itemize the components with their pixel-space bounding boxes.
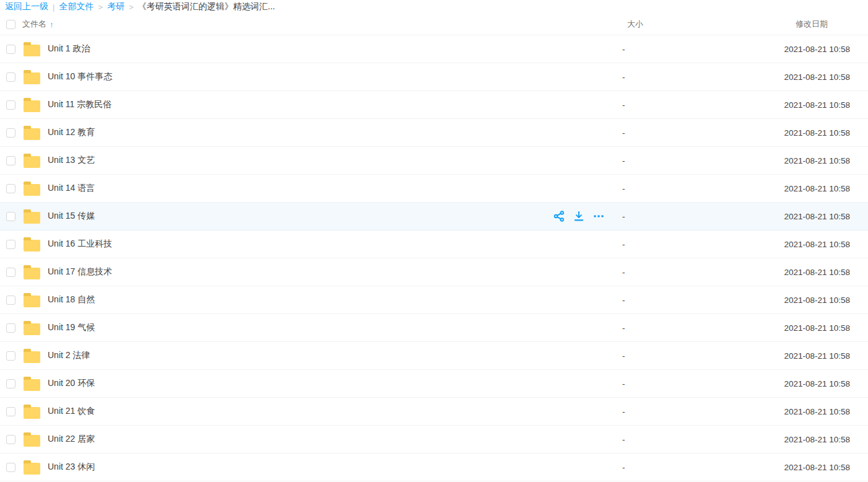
row-checkbox[interactable] xyxy=(6,435,15,444)
table-row[interactable]: Unit 17 信息技术 xyxy=(0,258,868,286)
file-size: - xyxy=(622,156,684,165)
row-checkbox[interactable] xyxy=(6,268,15,277)
more-actions-icon[interactable] xyxy=(592,210,605,222)
file-size: - xyxy=(622,323,684,333)
folder-icon[interactable] xyxy=(24,240,40,252)
folder-icon[interactable] xyxy=(24,351,40,363)
share-icon[interactable] xyxy=(553,210,565,222)
file-modified-date: 2021-08-21 10:58 xyxy=(684,268,868,277)
file-modified-date: 2021-08-21 10:58 xyxy=(684,323,868,333)
row-hover-actions xyxy=(553,210,605,222)
row-checkbox[interactable] xyxy=(6,72,15,82)
file-modified-date: 2021-08-21 10:58 xyxy=(684,463,868,472)
folder-icon[interactable] xyxy=(24,435,40,447)
folder-icon[interactable] xyxy=(24,212,40,224)
column-header-modified[interactable]: 修改日期 xyxy=(684,19,868,30)
file-name-link[interactable]: Unit 21 饮食 xyxy=(48,406,95,417)
row-checkbox[interactable] xyxy=(6,323,15,333)
file-modified-date: 2021-08-21 10:58 xyxy=(684,184,868,193)
table-row[interactable]: Unit 16 工业科技 xyxy=(0,230,868,258)
table-row[interactable]: Unit 1 政治 xyxy=(0,35,868,63)
folder-icon[interactable] xyxy=(24,45,40,56)
file-name-link[interactable]: Unit 18 自然 xyxy=(48,294,95,305)
folder-icon[interactable] xyxy=(24,268,40,279)
row-checkbox[interactable] xyxy=(6,45,15,54)
sort-ascending-icon[interactable]: ↑ xyxy=(50,20,54,29)
row-checkbox[interactable] xyxy=(6,212,15,221)
file-name-link[interactable]: Unit 15 传媒 xyxy=(48,211,95,222)
download-icon[interactable] xyxy=(573,210,585,222)
file-name-link[interactable]: Unit 12 教育 xyxy=(48,127,95,138)
breadcrumb-pipe-separator: | xyxy=(53,2,54,12)
file-name-link[interactable]: Unit 17 信息技术 xyxy=(48,266,112,278)
table-row[interactable]: Unit 19 气候 xyxy=(0,314,868,342)
file-size: - xyxy=(622,407,684,416)
breadcrumb-link-all-files[interactable]: 全部文件 xyxy=(59,1,93,12)
row-checkbox[interactable] xyxy=(6,351,15,361)
row-checkbox[interactable] xyxy=(6,407,15,416)
folder-icon[interactable] xyxy=(24,323,40,335)
table-row[interactable]: Unit 11 宗教民俗 xyxy=(0,91,868,119)
file-size: - xyxy=(622,379,684,388)
table-row[interactable]: Unit 23 休闲 xyxy=(0,454,868,481)
row-checkbox[interactable] xyxy=(6,128,15,138)
table-row[interactable]: Unit 2 法律 xyxy=(0,342,868,370)
select-all-checkbox[interactable] xyxy=(6,20,15,29)
file-name-link[interactable]: Unit 11 宗教民俗 xyxy=(48,99,111,110)
file-name-link[interactable]: Unit 19 气候 xyxy=(48,322,95,333)
file-name-link[interactable]: Unit 13 文艺 xyxy=(48,155,95,166)
row-checkbox[interactable] xyxy=(6,463,15,472)
breadcrumb-link-kaoyan[interactable]: 考研 xyxy=(107,1,124,12)
folder-icon[interactable] xyxy=(24,100,40,112)
row-checkbox[interactable] xyxy=(6,156,15,165)
file-size: - xyxy=(622,100,684,110)
file-modified-date: 2021-08-21 10:58 xyxy=(684,351,868,361)
file-modified-date: 2021-08-21 10:58 xyxy=(684,435,868,444)
table-row[interactable]: Unit 18 自然 xyxy=(0,286,868,314)
file-modified-date: 2021-08-21 10:58 xyxy=(684,212,868,221)
table-row[interactable]: Unit 20 环保 xyxy=(0,370,868,398)
column-header-filename[interactable]: 文件名 xyxy=(22,19,46,30)
file-name-link[interactable]: Unit 2 法律 xyxy=(48,350,90,361)
folder-icon[interactable] xyxy=(24,128,40,140)
file-modified-date: 2021-08-21 10:58 xyxy=(684,45,868,54)
row-checkbox[interactable] xyxy=(6,184,15,193)
file-size: - xyxy=(622,351,684,361)
table-row[interactable]: Unit 12 教育 xyxy=(0,119,868,147)
table-row[interactable]: Unit 14 语言 xyxy=(0,175,868,203)
file-modified-date: 2021-08-21 10:58 xyxy=(684,296,868,305)
column-header-size[interactable]: 大小 xyxy=(622,19,684,30)
table-row[interactable]: Unit 13 文艺 xyxy=(0,147,868,175)
row-checkbox[interactable] xyxy=(6,240,15,249)
file-name-link[interactable]: Unit 22 居家 xyxy=(48,434,95,445)
breadcrumb-current-folder: 《考研英语词汇的逻辑》精选词汇... xyxy=(138,1,276,12)
list-header: 文件名 ↑ 大小 修改日期 xyxy=(0,14,868,35)
row-checkbox[interactable] xyxy=(6,296,15,305)
file-modified-date: 2021-08-21 10:58 xyxy=(684,407,868,416)
folder-icon[interactable] xyxy=(24,407,40,419)
file-size: - xyxy=(622,184,684,193)
row-checkbox[interactable] xyxy=(6,100,15,110)
folder-icon[interactable] xyxy=(24,72,40,84)
folder-icon[interactable] xyxy=(24,463,40,475)
folder-icon[interactable] xyxy=(24,379,40,391)
row-checkbox[interactable] xyxy=(6,379,15,388)
folder-icon[interactable] xyxy=(24,184,40,196)
table-row[interactable]: Unit 21 饮食 xyxy=(0,398,868,426)
breadcrumb-chevron-icon: > xyxy=(129,2,134,12)
file-modified-date: 2021-08-21 10:58 xyxy=(684,379,868,388)
table-row[interactable]: Unit 15 传媒 xyxy=(0,203,868,230)
breadcrumb-back-link[interactable]: 返回上一级 xyxy=(5,1,48,12)
file-name-link[interactable]: Unit 20 环保 xyxy=(48,378,95,389)
file-name-link[interactable]: Unit 14 语言 xyxy=(48,183,95,194)
folder-icon[interactable] xyxy=(24,156,40,168)
file-name-link[interactable]: Unit 1 政治 xyxy=(48,43,90,55)
table-row[interactable]: Unit 10 事件事态 xyxy=(0,63,868,91)
folder-icon[interactable] xyxy=(24,296,40,307)
table-row[interactable]: Unit 22 居家 xyxy=(0,426,868,454)
file-list: Unit 1 政治 xyxy=(0,35,868,481)
file-size: - xyxy=(622,463,684,472)
file-name-link[interactable]: Unit 10 事件事态 xyxy=(48,71,112,82)
file-name-link[interactable]: Unit 23 休闲 xyxy=(48,462,95,473)
file-name-link[interactable]: Unit 16 工业科技 xyxy=(48,239,112,250)
